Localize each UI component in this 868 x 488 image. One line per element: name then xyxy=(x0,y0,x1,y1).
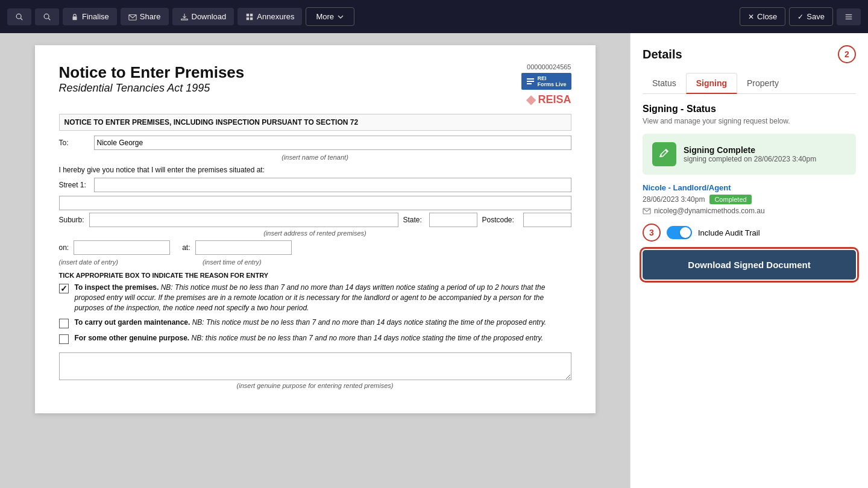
suburb-input[interactable] xyxy=(89,213,398,227)
share-button[interactable]: Share xyxy=(121,8,169,25)
svg-rect-8 xyxy=(247,17,249,19)
reason-row-2: To carry out garden maintenance. NB: Thi… xyxy=(59,318,571,328)
document-logos: 000000024565 REIForms Live ◆ REISA xyxy=(521,63,571,107)
postcode-input[interactable] xyxy=(523,213,571,227)
sidebar-tabs: Status Signing Property xyxy=(643,73,856,94)
download-icon xyxy=(180,13,189,21)
checkbox-1[interactable]: ✓ xyxy=(59,284,69,293)
signing-complete-subtitle: signing completed on 28/06/2023 3:40pm xyxy=(684,155,816,163)
audit-trail-row: 3 Include Audit Trail xyxy=(643,224,856,242)
signing-complete-icon xyxy=(652,142,676,166)
reason-text-3: For some other genuine purpose. NB: this… xyxy=(75,333,543,344)
save-button[interactable]: ✓ Save xyxy=(789,7,833,26)
document-header: Notice to Enter Premises Residential Ten… xyxy=(59,63,571,107)
street2-input[interactable] xyxy=(59,196,571,210)
download-signed-document-button[interactable]: Download Signed Document xyxy=(643,250,856,280)
close-x-icon: ✕ xyxy=(748,13,754,21)
reisa-logo: ◆ REISA xyxy=(526,92,571,107)
svg-rect-7 xyxy=(250,13,253,16)
main-layout: Notice to Enter Premises Residential Ten… xyxy=(0,33,868,488)
suburb-label: Suburb: xyxy=(59,216,84,224)
signing-complete-info: Signing Complete signing completed on 28… xyxy=(684,145,816,163)
annexures-button[interactable]: Annexures xyxy=(237,8,302,25)
checkbox-2[interactable] xyxy=(59,319,69,328)
to-row: To: xyxy=(59,136,571,150)
reisa-diamond-icon: ◆ xyxy=(526,92,535,107)
on-input[interactable] xyxy=(74,240,170,255)
search-zoom-icon xyxy=(43,13,51,21)
street-row: Street 1: xyxy=(59,178,571,192)
reason-row-3: For some other genuine purpose. NB: this… xyxy=(59,333,571,344)
more-button[interactable]: More xyxy=(306,7,354,26)
checkmark-icon: ✓ xyxy=(797,13,804,21)
document-area: Notice to Enter Premises Residential Ten… xyxy=(0,33,630,488)
signer-meta: 28/06/2023 3:40pm Completed xyxy=(643,195,856,204)
purpose-textarea[interactable] xyxy=(59,352,571,380)
signer-email: nicoleg@dynamicmethods.com.au xyxy=(643,207,856,215)
svg-rect-6 xyxy=(247,13,249,16)
on-label: on: xyxy=(59,243,69,252)
tab-property[interactable]: Property xyxy=(737,73,788,93)
on-helper: (insert date of entry) xyxy=(59,258,118,266)
signer-name[interactable]: Nicole - Landlord/Agent xyxy=(643,183,856,192)
purpose-helper: (insert genuine purpose for entering ren… xyxy=(59,382,571,389)
lock-icon xyxy=(71,13,79,21)
rei-logo-icon xyxy=(526,77,535,86)
svg-line-3 xyxy=(48,18,50,20)
postcode-label: Postcode: xyxy=(482,216,518,224)
step-2-badge: 2 xyxy=(838,45,856,63)
grid-icon xyxy=(245,13,254,21)
signer-section: Nicole - Landlord/Agent 28/06/2023 3:40p… xyxy=(643,183,856,215)
signing-complete-title: Signing Complete xyxy=(684,145,816,155)
signing-complete-card: Signing Complete signing completed on 28… xyxy=(643,134,856,175)
status-badge: Completed xyxy=(709,195,751,204)
premises-intro: I hereby give you notice that I will ent… xyxy=(59,166,571,174)
state-label: State: xyxy=(403,216,424,224)
download-toolbar-button[interactable]: Download xyxy=(172,8,234,25)
pencil-icon xyxy=(658,148,670,160)
tab-status[interactable]: Status xyxy=(643,73,686,93)
rei-forms-logo: REIForms Live xyxy=(521,73,571,90)
document-paper: Notice to Enter Premises Residential Ten… xyxy=(35,45,596,413)
finalise-button[interactable]: Finalise xyxy=(63,8,117,25)
at-helper: (insert time of entry) xyxy=(203,258,262,266)
section-title: NOTICE TO ENTER PREMISES, INCLUDING INSP… xyxy=(59,114,571,131)
hamburger-icon xyxy=(844,13,853,21)
svg-line-1 xyxy=(20,18,22,20)
envelope-icon xyxy=(128,13,137,21)
document-title-block: Notice to Enter Premises Residential Ten… xyxy=(59,63,245,95)
sidebar-header: Details 2 xyxy=(643,45,856,63)
to-input[interactable] xyxy=(94,136,571,150)
close-button[interactable]: ✕ Close xyxy=(740,7,785,26)
toolbar-right-actions: ✕ Close ✓ Save xyxy=(740,7,861,26)
signing-status-desc: View and manage your signing request bel… xyxy=(643,117,856,125)
audit-trail-toggle[interactable] xyxy=(667,226,692,239)
signing-status-title: Signing - Status xyxy=(643,104,856,114)
search-button-2[interactable] xyxy=(35,8,59,25)
address-helper: (insert address of rented premises) xyxy=(59,230,571,237)
svg-rect-14 xyxy=(527,81,534,82)
at-input[interactable] xyxy=(195,240,292,255)
svg-rect-15 xyxy=(527,83,532,84)
street-label: Street 1: xyxy=(59,181,89,189)
step-3-badge: 3 xyxy=(643,224,661,242)
search-button-1[interactable] xyxy=(7,8,31,25)
reason-text-2: To carry out garden maintenance. NB: Thi… xyxy=(75,318,547,328)
state-input[interactable] xyxy=(429,213,477,227)
menu-button[interactable] xyxy=(837,8,861,25)
svg-rect-13 xyxy=(527,78,534,80)
on-item: on: xyxy=(59,240,171,255)
street-input[interactable] xyxy=(94,178,571,192)
svg-point-2 xyxy=(44,14,49,19)
at-item: at: xyxy=(182,240,291,255)
svg-rect-4 xyxy=(73,16,77,20)
tab-signing[interactable]: Signing xyxy=(686,73,737,94)
datetime-helpers: (insert date of entry) (insert time of e… xyxy=(59,258,571,266)
document-subtitle: Residential Tenancies Act 1995 xyxy=(59,82,245,95)
checkbox-3[interactable] xyxy=(59,334,69,344)
to-helper: (insert name of tenant) xyxy=(59,154,571,161)
chevron-down-icon xyxy=(337,13,344,20)
at-label: at: xyxy=(182,243,190,252)
datetime-row: on: at: xyxy=(59,240,571,255)
search-icon xyxy=(15,13,24,21)
